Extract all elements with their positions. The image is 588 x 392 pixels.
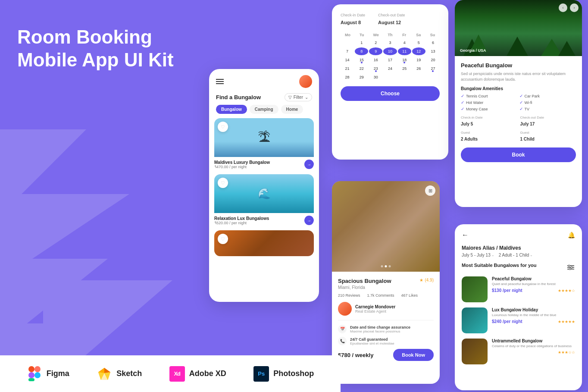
bungalow-stats: 210 Reviews 1.7k Comments 467 Likes [338, 293, 434, 298]
image-dots [381, 265, 391, 267]
cal-day[interactable]: 1 [355, 39, 368, 47]
checkin-value: August 8 [341, 20, 361, 25]
sketch-label: Sketch [116, 369, 142, 378]
tool-sketch[interactable]: Sketch [97, 366, 142, 382]
chevron-icon: ⌄ [491, 253, 494, 257]
cal-day[interactable]: 24 [383, 65, 397, 72]
cal-day[interactable]: 5 [412, 39, 425, 47]
tab-camping[interactable]: Camping [250, 105, 278, 114]
book-now-button[interactable]: Book Now [393, 349, 434, 361]
back-button[interactable]: ← [462, 231, 469, 239]
favorite-button-1[interactable]: ♡ [218, 122, 228, 132]
prev-arrow[interactable]: ‹ [559, 3, 567, 12]
favorite-button-2[interactable]: ♡ [218, 178, 228, 188]
cal-day[interactable]: 19 [412, 56, 425, 64]
screen-listing: Find a Bungalow ▽ Filter ⌄ Bungalow Camp… [209, 69, 319, 302]
cal-day[interactable]: 3 [383, 39, 397, 47]
book-button[interactable]: Book [461, 147, 576, 162]
bungalow-title: Spacious Bungalow [338, 278, 391, 284]
tab-home[interactable]: Home [281, 105, 303, 114]
property-title: Peaceful Bungalow [461, 62, 576, 69]
cal-day-selected[interactable]: 9 [369, 47, 382, 55]
reviews-stat: 210 Reviews [338, 293, 360, 298]
amenity-label: Wi-fi [525, 100, 532, 105]
cal-day[interactable]: 29 [355, 73, 368, 81]
cal-day-selected[interactable]: 10 [383, 47, 397, 55]
date-filter[interactable]: July 5 - July 13 ⌄ [462, 253, 494, 257]
tool-figma[interactable]: Figma [27, 366, 69, 382]
svg-rect-16 [28, 366, 34, 372]
rec-stars-1: ★★★★☆ [558, 289, 575, 293]
amenities-title: Bungalow Amenities [461, 86, 576, 91]
guest-value-1: 2 Adults [461, 137, 478, 141]
choose-button[interactable]: Choose [341, 86, 440, 101]
listing-arrow-1[interactable]: → [304, 160, 314, 169]
cal-day[interactable]: 14 [341, 56, 354, 64]
recommendation-2: Lux Bungalow Holiday Luxurious holiday i… [462, 307, 575, 333]
rec-info-1: Peaceful Bungalow Quiet and peaceful bun… [492, 276, 575, 293]
figma-icon [27, 366, 42, 382]
svg-rect-18 [28, 372, 34, 378]
cal-day[interactable]: 23 [369, 65, 382, 72]
cal-day[interactable]: 28 [341, 73, 354, 81]
bungalow-location: Miami, Florida [338, 285, 434, 290]
cal-day[interactable]: 26 [412, 65, 425, 72]
cal-day[interactable]: 4 [398, 39, 411, 47]
screen-calendar: Check-in Date August 8 Check-out Date Au… [332, 4, 448, 160]
sketch-icon [97, 366, 112, 382]
checkout-date-col: Check-out Date August 12 [378, 13, 405, 26]
svg-marker-22 [104, 368, 110, 373]
cal-day[interactable]: 25 [398, 65, 411, 72]
cal-day[interactable]: 16 [369, 56, 382, 64]
svg-point-14 [571, 267, 572, 268]
cal-day[interactable]: 27 [426, 65, 440, 72]
cal-day-selected-start[interactable]: 8 [355, 47, 368, 55]
cal-day[interactable]: 15 [355, 56, 368, 64]
guest-filter-value: 2 Adult - 1 Child [499, 253, 529, 257]
cal-day[interactable]: 2 [369, 39, 382, 47]
checkin-label: Check-in Date [461, 116, 517, 119]
find-label: Find a Bungalow [216, 94, 261, 100]
listing-name-1: Maldives Luxury Bungalow [214, 160, 270, 165]
cal-day[interactable]: 20 [426, 56, 440, 64]
tab-bungalow[interactable]: Bungalow [216, 105, 247, 114]
favorite-button-3[interactable]: ♡ [218, 234, 228, 244]
photoshop-label: Photoshop [273, 369, 314, 378]
property-description: Sed ut perspiciatis unde omnis iste natu… [461, 71, 576, 82]
svg-rect-17 [34, 366, 41, 372]
bungalow-title-row: Spacious Bungalow ★ (4.9) [338, 278, 434, 284]
section-title-row: Most Suitable Bungalows for you [462, 263, 575, 272]
listing-arrow-2[interactable]: → [304, 216, 314, 225]
cal-day[interactable]: 21 [341, 65, 354, 72]
cal-day[interactable]: 18 [398, 56, 411, 64]
svg-marker-7 [507, 37, 528, 56]
guest-label-1: Guest [461, 131, 517, 135]
tool-photoshop[interactable]: Ps Photoshop [253, 366, 314, 382]
cal-day[interactable]: 6 [426, 39, 440, 47]
rec-price-1: $130 /per night [492, 288, 522, 293]
notification-icon[interactable]: 🔔 [568, 232, 575, 238]
bookmark-icon[interactable]: ⊞ [425, 185, 435, 196]
next-arrow[interactable]: › [570, 3, 579, 12]
checkin-col: Check-in Date July 5 [461, 116, 517, 127]
cal-day-selected[interactable]: 11 [398, 47, 411, 55]
listing-image-2: ♡ [214, 174, 314, 213]
cal-day[interactable]: 17 [383, 56, 397, 64]
cal-day[interactable]: 30 [369, 73, 382, 81]
filter-options-icon[interactable] [566, 263, 575, 272]
filter-button[interactable]: ▽ Filter ⌄ [285, 93, 312, 101]
cal-day[interactable]: 7 [341, 47, 354, 55]
guest-filter[interactable]: 2 Adult - 1 Child ⌄ [499, 253, 533, 257]
screen-recommendations: ← 🔔 Maiores Alias / Maldives July 5 - Ju… [455, 224, 582, 390]
avatar[interactable] [299, 75, 312, 88]
tool-adobe-xd[interactable]: Xd Adobe XD [169, 366, 226, 382]
cal-day[interactable]: 13 [426, 47, 440, 55]
menu-icon[interactable] [216, 78, 224, 85]
check-icon: ✓ [519, 94, 523, 98]
check-icon: ✓ [519, 100, 523, 105]
agent-details: Carnegie Mondover Real Estate Agent [355, 304, 395, 314]
cal-day-selected-end[interactable]: 12 [412, 47, 425, 55]
date-range-row: Check-in Date August 8 Check-out Date Au… [341, 13, 440, 26]
checkout-label: Check-out Date [378, 13, 405, 17]
cal-day[interactable]: 22 [355, 65, 368, 72]
